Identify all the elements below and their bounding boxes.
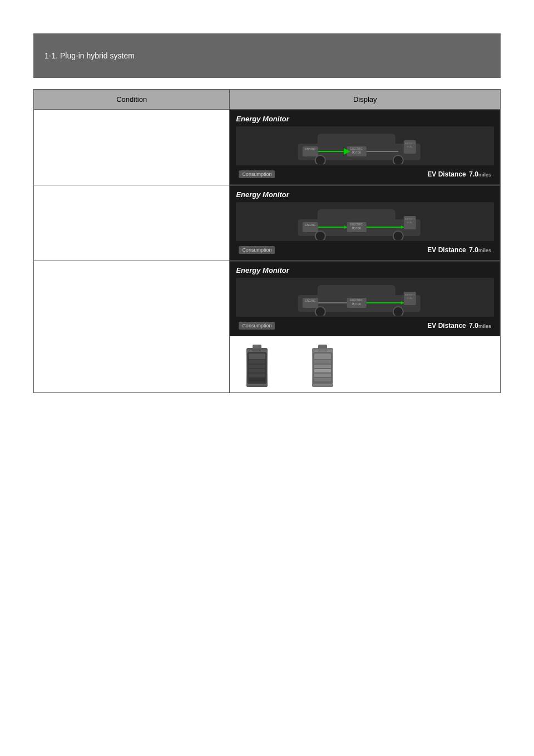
svg-text:ELECTRIC: ELECTRIC xyxy=(350,148,363,150)
page-wrapper: 1-1. Plug-in hybrid system Condition Dis… xyxy=(0,33,534,756)
svg-point-2 xyxy=(315,155,325,164)
condition-cell-2 xyxy=(34,185,230,261)
svg-rect-50 xyxy=(249,369,265,372)
ev-distance-value-1: 7.0 xyxy=(469,170,478,178)
car-svg-3: ENGINE ELECTRIC MOTOR BATTERY /FUEL xyxy=(236,279,494,316)
condition-cell-3 xyxy=(34,261,230,393)
energy-monitor-box-1: Energy Monitor xyxy=(230,110,500,185)
display-cell-3: Energy Monitor ENGINE xyxy=(230,261,501,393)
car-svg-1: ENGINE ELECTRIC MOTOR BATTERY /FUEL xyxy=(236,128,494,164)
consumption-btn-2[interactable]: Consumption xyxy=(239,246,275,254)
svg-text:ELECTRIC: ELECTRIC xyxy=(350,223,363,226)
svg-text:MOTOR: MOTOR xyxy=(352,227,362,230)
ev-distance-3: EV Distance 7.0miles xyxy=(427,322,491,330)
battery-icon-svg-light xyxy=(312,348,333,387)
svg-text:ELECTRIC: ELECTRIC xyxy=(350,299,363,302)
svg-text:MOTOR: MOTOR xyxy=(352,303,362,306)
car-diagram-2: ENGINE ELECTRIC MOTOR BATTERY /FUEL xyxy=(236,202,494,241)
svg-rect-57 xyxy=(314,365,331,368)
energy-monitor-box-2: Energy Monitor ENGINE xyxy=(230,185,500,261)
svg-text:ENGINE: ENGINE xyxy=(305,299,317,302)
ev-distance-unit-2: miles xyxy=(478,248,491,253)
energy-monitor-box-3: Energy Monitor ENGINE xyxy=(230,261,500,336)
car-diagram-1: ENGINE ELECTRIC MOTOR BATTERY /FUEL xyxy=(236,126,494,165)
svg-rect-45 xyxy=(253,348,261,352)
svg-rect-58 xyxy=(314,369,331,372)
ev-distance-value-3: 7.0 xyxy=(469,322,478,330)
consumption-btn-1[interactable]: Consumption xyxy=(239,170,275,178)
svg-point-33 xyxy=(393,307,403,316)
battery-icon-svg-dark xyxy=(246,348,268,387)
svg-text:/FUEL: /FUEL xyxy=(407,145,414,148)
svg-point-32 xyxy=(315,307,325,316)
display-cell-1: Energy Monitor xyxy=(230,110,501,185)
svg-rect-60 xyxy=(314,378,331,381)
battery-icon-dark xyxy=(246,348,268,387)
main-content: Condition Display Energy Monitor xyxy=(33,89,501,393)
em-bottom-bar-1: Consumption EV Distance 7.0miles xyxy=(236,169,494,180)
svg-rect-48 xyxy=(249,360,265,364)
col-display-header: Display xyxy=(230,90,501,110)
em-bottom-bar-2: Consumption EV Distance 7.0miles xyxy=(236,244,494,256)
svg-text:ENGINE: ENGINE xyxy=(305,148,317,151)
ev-distance-label-1: EV Distance xyxy=(427,170,466,178)
condition-cell-1 xyxy=(34,110,230,185)
data-table: Condition Display Energy Monitor xyxy=(33,89,501,393)
svg-point-17 xyxy=(393,231,403,240)
table-row: Energy Monitor ENGINE xyxy=(34,261,501,393)
svg-point-3 xyxy=(393,155,403,164)
car-diagram-3: ENGINE ELECTRIC MOTOR BATTERY /FUEL xyxy=(236,278,494,317)
svg-rect-47 xyxy=(249,354,265,359)
em-title-2: Energy Monitor xyxy=(236,190,494,199)
svg-text:BATTERY: BATTERY xyxy=(405,218,415,220)
em-title-3: Energy Monitor xyxy=(236,266,494,274)
header-banner: 1-1. Plug-in hybrid system xyxy=(33,33,501,78)
consumption-btn-3[interactable]: Consumption xyxy=(239,322,275,330)
svg-rect-59 xyxy=(314,374,331,377)
ev-distance-unit-3: miles xyxy=(478,323,491,329)
svg-rect-52 xyxy=(249,378,265,381)
display-cell-2: Energy Monitor ENGINE xyxy=(230,185,501,261)
svg-text:ENGINE: ENGINE xyxy=(305,223,317,227)
svg-text:MOTOR: MOTOR xyxy=(352,151,362,154)
ev-distance-1: EV Distance 7.0miles xyxy=(427,170,491,178)
em-bottom-bar-3: Consumption EV Distance 7.0miles xyxy=(236,320,494,331)
ev-distance-unit-1: miles xyxy=(478,172,491,178)
ev-distance-2: EV Distance 7.0miles xyxy=(427,246,491,254)
battery-icon-light xyxy=(312,348,333,387)
ev-distance-value-2: 7.0 xyxy=(469,246,478,254)
svg-rect-56 xyxy=(314,360,331,364)
svg-rect-55 xyxy=(314,354,331,359)
svg-rect-49 xyxy=(249,365,265,368)
svg-text:BATTERY: BATTERY xyxy=(405,142,415,145)
svg-rect-53 xyxy=(318,348,327,352)
svg-point-16 xyxy=(315,231,325,240)
ev-distance-label-2: EV Distance xyxy=(427,246,466,254)
svg-text:/FUEL: /FUEL xyxy=(407,221,414,224)
car-svg-2: ENGINE ELECTRIC MOTOR BATTERY /FUEL xyxy=(236,204,494,240)
ev-distance-label-3: EV Distance xyxy=(427,322,466,330)
em-title-1: Energy Monitor xyxy=(236,115,494,123)
svg-text:BATTERY: BATTERY xyxy=(405,293,415,296)
header-title: 1-1. Plug-in hybrid system xyxy=(44,51,135,60)
col-condition-header: Condition xyxy=(34,90,230,110)
table-row: Energy Monitor ENGINE xyxy=(34,185,501,261)
svg-text:/FUEL: /FUEL xyxy=(407,297,414,300)
svg-rect-51 xyxy=(249,374,265,377)
battery-icons-row xyxy=(230,340,500,392)
table-row: Energy Monitor xyxy=(34,110,501,185)
